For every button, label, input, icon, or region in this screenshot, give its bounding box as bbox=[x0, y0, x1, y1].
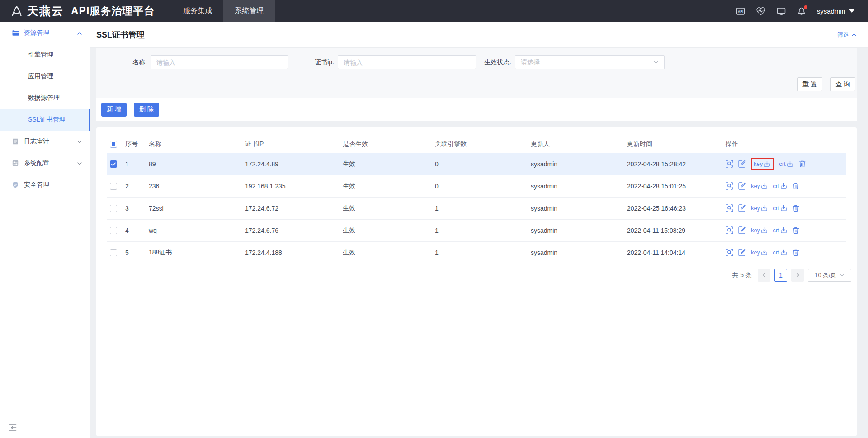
pagination: 共 5 条 1 10 条/页 bbox=[107, 269, 851, 282]
name-input[interactable] bbox=[151, 55, 288, 69]
view-icon[interactable] bbox=[726, 160, 733, 168]
download-icon bbox=[780, 183, 787, 189]
cell-update-time: 2022-04-11 15:08:29 bbox=[627, 219, 726, 241]
next-page-button[interactable] bbox=[791, 269, 804, 282]
sidebar-item-datasource-management[interactable]: 数据源管理 bbox=[0, 87, 90, 109]
logo-text: 天燕云 bbox=[27, 4, 64, 19]
delete-row-icon[interactable] bbox=[792, 204, 800, 212]
cell-index: 2 bbox=[125, 175, 149, 197]
sidebar-item-app-management[interactable]: 应用管理 bbox=[0, 66, 90, 87]
edit-icon[interactable] bbox=[738, 160, 746, 168]
view-icon[interactable] bbox=[726, 249, 733, 256]
cell-updater: sysadmin bbox=[531, 153, 627, 175]
sidebar-item-label: 资源管理 bbox=[24, 29, 49, 37]
topbar: 天燕云 API服务治理平台 服务集成 系统管理 API sysadmin bbox=[0, 0, 868, 22]
row-checkbox[interactable] bbox=[110, 205, 117, 212]
crt-download-link[interactable]: crt bbox=[779, 160, 793, 167]
key-download-link[interactable]: key bbox=[754, 160, 770, 167]
chevron-down-icon bbox=[840, 273, 844, 278]
delete-row-icon[interactable] bbox=[798, 160, 806, 168]
table-row: 4 wq 172.24.6.76 生效 1 sysadmin 2022-04-1… bbox=[107, 219, 846, 241]
delete-row-icon[interactable] bbox=[792, 249, 800, 256]
crt-download-link[interactable]: crt bbox=[773, 249, 787, 256]
api-doc-icon[interactable]: API bbox=[736, 6, 745, 16]
pagination-total: 共 5 条 bbox=[732, 271, 752, 279]
console-monitor-icon[interactable] bbox=[776, 6, 786, 16]
edit-icon[interactable] bbox=[738, 249, 746, 256]
log-icon bbox=[12, 138, 19, 145]
sidebar-item-security-management[interactable]: 安全管理 bbox=[0, 174, 90, 196]
cell-name: 188证书 bbox=[149, 241, 245, 264]
view-icon[interactable] bbox=[726, 182, 733, 190]
key-download-link[interactable]: key bbox=[751, 183, 768, 189]
sidebar-item-resource-management[interactable]: 资源管理 bbox=[0, 22, 90, 44]
notification-bell-icon[interactable] bbox=[797, 6, 807, 16]
row-checkbox[interactable] bbox=[110, 183, 117, 190]
cell-update-time: 2022-04-28 15:01:25 bbox=[627, 175, 726, 197]
edit-icon[interactable] bbox=[738, 204, 746, 212]
edit-icon[interactable] bbox=[738, 226, 746, 234]
user-menu[interactable]: sysadmin bbox=[817, 7, 854, 15]
view-icon[interactable] bbox=[726, 204, 733, 212]
page-size-select[interactable]: 10 条/页 bbox=[808, 269, 851, 282]
chevron-down-icon bbox=[77, 160, 82, 166]
add-button[interactable]: 新 增 bbox=[101, 103, 127, 117]
crt-download-link[interactable]: crt bbox=[773, 205, 787, 212]
current-page-button[interactable]: 1 bbox=[774, 269, 787, 282]
delete-button[interactable]: 删 除 bbox=[134, 103, 159, 117]
main-content: SSL证书管理 筛选 名称: 证书ip: bbox=[90, 22, 868, 438]
view-icon[interactable] bbox=[726, 226, 733, 234]
key-download-link[interactable]: key bbox=[751, 249, 768, 256]
download-icon bbox=[761, 183, 768, 189]
cell-index: 4 bbox=[125, 219, 149, 241]
key-download-link[interactable]: key bbox=[751, 205, 768, 212]
reset-button[interactable]: 重 置 bbox=[797, 77, 822, 91]
sidebar-item-label: 数据源管理 bbox=[28, 94, 60, 102]
ssl-cert-table: 序号 名称 证书IP 是否生效 关联引擎数 更新人 更新时间 操作 bbox=[107, 136, 846, 264]
chevron-right-icon bbox=[795, 273, 800, 278]
row-checkbox[interactable] bbox=[110, 227, 117, 234]
brand: 天燕云 API服务治理平台 bbox=[0, 0, 155, 22]
sidebar-item-label: 系统配置 bbox=[24, 159, 49, 167]
delete-row-icon[interactable] bbox=[792, 182, 800, 190]
delete-row-icon[interactable] bbox=[792, 226, 800, 234]
notification-dot bbox=[804, 5, 807, 9]
download-icon bbox=[761, 249, 768, 256]
crt-download-link[interactable]: crt bbox=[773, 183, 787, 189]
health-monitor-icon[interactable] bbox=[756, 6, 766, 16]
sidebar-item-log-audit[interactable]: 日志审计 bbox=[0, 131, 90, 152]
cert-ip-label: 证书ip: bbox=[283, 58, 338, 66]
cell-cert-ip: 172.24.6.76 bbox=[245, 219, 343, 241]
row-checkbox[interactable] bbox=[110, 249, 117, 256]
table-row: 3 72ssl 172.24.6.72 生效 1 sysadmin 2022-0… bbox=[107, 197, 846, 219]
crt-download-link[interactable]: crt bbox=[773, 227, 787, 234]
cell-status: 生效 bbox=[343, 197, 435, 219]
chevron-up-icon bbox=[77, 30, 82, 36]
status-select[interactable]: 请选择 bbox=[515, 55, 665, 69]
prev-page-button[interactable] bbox=[758, 269, 770, 282]
select-all-checkbox[interactable] bbox=[110, 141, 117, 148]
collapse-sidebar-icon[interactable] bbox=[8, 424, 17, 432]
chevron-up-icon bbox=[851, 32, 857, 38]
filter-actions: 重 置 查 询 bbox=[797, 77, 855, 91]
edit-icon[interactable] bbox=[738, 182, 746, 190]
col-index: 序号 bbox=[125, 136, 149, 153]
row-checkbox[interactable] bbox=[110, 160, 117, 168]
query-button[interactable]: 查 询 bbox=[830, 77, 855, 91]
cell-update-time: 2022-04-25 16:46:23 bbox=[627, 197, 726, 219]
cell-engine-count: 0 bbox=[435, 175, 531, 197]
sidebar-item-engine-management[interactable]: 引擎管理 bbox=[0, 44, 90, 66]
col-update-time: 更新时间 bbox=[627, 136, 726, 153]
config-icon bbox=[12, 160, 19, 167]
key-download-link[interactable]: key bbox=[751, 227, 768, 234]
filter-toggle-link[interactable]: 筛选 bbox=[837, 31, 857, 39]
topbar-actions: API sysadmin bbox=[736, 0, 868, 22]
cert-ip-input[interactable] bbox=[338, 55, 476, 69]
sidebar-item-ssl-cert-management[interactable]: SSL证书管理 bbox=[0, 109, 90, 131]
shield-icon bbox=[12, 181, 19, 188]
chevron-down-icon bbox=[653, 60, 659, 65]
sidebar-item-system-config[interactable]: 系统配置 bbox=[0, 152, 90, 174]
cell-engine-count: 0 bbox=[435, 153, 531, 175]
tab-system-management[interactable]: 系统管理 bbox=[223, 0, 275, 22]
tab-service-integration[interactable]: 服务集成 bbox=[172, 0, 223, 22]
